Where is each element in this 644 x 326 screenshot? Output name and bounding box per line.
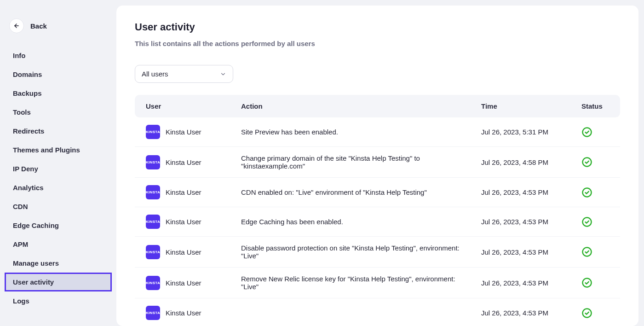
user-name: Kinsta User <box>166 218 201 226</box>
sidebar-item-redirects[interactable]: Redirects <box>0 122 116 140</box>
time-cell: Jul 26, 2023, 4:53 PM <box>481 188 581 196</box>
user-name: Kinsta User <box>166 248 201 256</box>
sidebar-item-user-activity[interactable]: User activity <box>5 273 112 291</box>
back-label[interactable]: Back <box>30 22 47 30</box>
action-cell: Site Preview has been enabled. <box>241 128 481 136</box>
table-row: KINSTAKinsta UserJul 26, 2023, 4:53 PM <box>135 298 620 326</box>
time-cell: Jul 26, 2023, 4:53 PM <box>481 248 581 256</box>
table-header: User Action Time Status <box>135 95 620 117</box>
avatar: KINSTA <box>146 215 160 229</box>
user-cell: KINSTAKinsta User <box>146 245 241 259</box>
check-circle-icon <box>581 187 592 198</box>
time-cell: Jul 26, 2023, 4:53 PM <box>481 218 581 226</box>
avatar: KINSTA <box>146 306 160 320</box>
sidebar-item-edge-caching[interactable]: Edge Caching <box>0 216 116 235</box>
main-panel: User activity This list contains all the… <box>116 6 638 326</box>
user-cell: KINSTAKinsta User <box>146 155 241 169</box>
table-row: KINSTAKinsta UserDisable password protec… <box>135 237 620 268</box>
check-circle-icon <box>581 127 592 138</box>
table-row: KINSTAKinsta UserRemove New Relic licens… <box>135 268 620 298</box>
user-cell: KINSTAKinsta User <box>146 215 241 229</box>
action-cell: CDN enabled on: "Live" environment of "K… <box>241 188 481 196</box>
sidebar-item-cdn[interactable]: CDN <box>0 197 116 216</box>
status-cell <box>581 308 609 319</box>
arrow-left-icon <box>13 23 20 29</box>
back-row: Back <box>0 18 116 33</box>
avatar: KINSTA <box>146 245 160 259</box>
sidebar-item-themes-and-plugins[interactable]: Themes and Plugins <box>0 140 116 159</box>
user-cell: KINSTAKinsta User <box>146 306 241 320</box>
table-row: KINSTAKinsta UserCDN enabled on: "Live" … <box>135 178 620 207</box>
user-cell: KINSTAKinsta User <box>146 125 241 139</box>
chevron-down-icon <box>220 71 226 77</box>
sidebar-item-manage-users[interactable]: Manage users <box>0 254 116 273</box>
time-cell: Jul 26, 2023, 4:53 PM <box>481 309 581 317</box>
status-cell <box>581 157 609 168</box>
user-name: Kinsta User <box>166 309 201 317</box>
nav-list: InfoDomainsBackupsToolsRedirectsThemes a… <box>0 46 116 310</box>
check-circle-icon <box>581 157 592 168</box>
table-row: KINSTAKinsta UserSite Preview has been e… <box>135 117 620 147</box>
user-name: Kinsta User <box>166 158 201 166</box>
sidebar-item-ip-deny[interactable]: IP Deny <box>0 159 116 178</box>
sidebar-item-info[interactable]: Info <box>0 46 116 65</box>
action-cell: Disable password protection on site "Kin… <box>241 244 481 260</box>
status-cell <box>581 277 609 288</box>
avatar: KINSTA <box>146 125 160 139</box>
action-cell: Remove New Relic license key for "Kinsta… <box>241 275 481 291</box>
avatar: KINSTA <box>146 276 160 290</box>
check-circle-icon <box>581 216 592 227</box>
time-cell: Jul 26, 2023, 5:31 PM <box>481 128 581 136</box>
user-cell: KINSTAKinsta User <box>146 185 241 199</box>
col-header-user: User <box>146 102 241 110</box>
action-cell: Change primary domain of the site "Kinst… <box>241 154 481 170</box>
status-cell <box>581 216 609 227</box>
user-filter-select[interactable]: All users <box>135 65 233 83</box>
table-row: KINSTAKinsta UserEdge Caching has been e… <box>135 207 620 237</box>
action-cell: Edge Caching has been enabled. <box>241 218 481 226</box>
status-cell <box>581 187 609 198</box>
table-body: KINSTAKinsta UserSite Preview has been e… <box>135 117 620 326</box>
col-header-action: Action <box>241 102 481 110</box>
check-circle-icon <box>581 246 592 257</box>
table-row: KINSTAKinsta UserChange primary domain o… <box>135 147 620 178</box>
sidebar-item-apm[interactable]: APM <box>0 235 116 254</box>
col-header-status: Status <box>581 102 609 110</box>
avatar: KINSTA <box>146 155 160 169</box>
sidebar-item-tools[interactable]: Tools <box>0 103 116 122</box>
page-subtitle: This list contains all the actions perfo… <box>135 40 620 47</box>
avatar: KINSTA <box>146 185 160 199</box>
check-circle-icon <box>581 308 592 319</box>
status-cell <box>581 127 609 138</box>
sidebar: Back InfoDomainsBackupsToolsRedirectsThe… <box>0 0 116 326</box>
sidebar-item-domains[interactable]: Domains <box>0 65 116 84</box>
status-cell <box>581 246 609 257</box>
sidebar-item-analytics[interactable]: Analytics <box>0 178 116 197</box>
col-header-time: Time <box>481 102 581 110</box>
user-name: Kinsta User <box>166 188 201 196</box>
time-cell: Jul 26, 2023, 4:58 PM <box>481 158 581 166</box>
sidebar-item-logs[interactable]: Logs <box>0 291 116 310</box>
sidebar-item-backups[interactable]: Backups <box>0 84 116 103</box>
activity-table: User Action Time Status KINSTAKinsta Use… <box>135 95 620 326</box>
user-name: Kinsta User <box>166 279 201 287</box>
user-filter-selected: All users <box>142 70 168 78</box>
user-name: Kinsta User <box>166 128 201 136</box>
user-cell: KINSTAKinsta User <box>146 276 241 290</box>
check-circle-icon <box>581 277 592 288</box>
page-title: User activity <box>135 21 620 33</box>
time-cell: Jul 26, 2023, 4:53 PM <box>481 279 581 287</box>
back-button[interactable] <box>9 18 24 33</box>
